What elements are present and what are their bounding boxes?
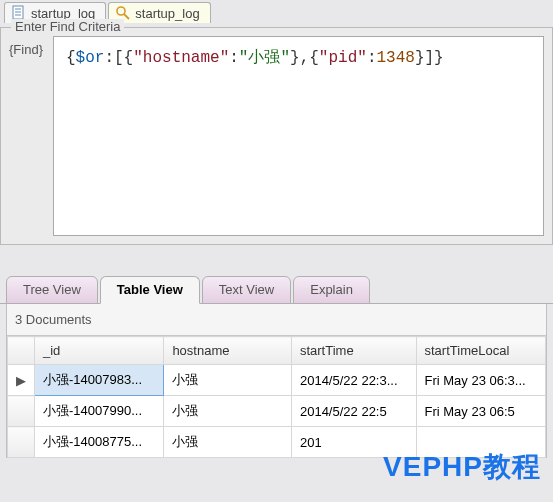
column-header-starttimelocal[interactable]: startTimeLocal <box>416 337 546 365</box>
row-handle[interactable]: ▶ <box>8 365 35 396</box>
query-token-brace: }]} <box>415 49 444 67</box>
table-row[interactable]: 小强-14008775...小强201 <box>8 427 546 458</box>
row-handle[interactable] <box>8 427 35 458</box>
query-token-key: "pid" <box>319 49 367 67</box>
find-criteria-fieldset: Enter Find Criteria {Find} {$or:[{"hostn… <box>0 27 553 245</box>
results-table[interactable]: _id hostname startTime startTimeLocal ▶小… <box>7 336 546 458</box>
file-tab-label: startup_log <box>135 6 199 21</box>
view-tab-bar: Tree View Table View Text View Explain <box>0 275 553 304</box>
cell-startTimeLocal[interactable]: Fri May 23 06:5 <box>416 396 546 427</box>
cell-startTime[interactable]: 201 <box>291 427 416 458</box>
cell-startTimeLocal[interactable]: Fri May 23 06:3... <box>416 365 546 396</box>
column-header-hostname[interactable]: hostname <box>164 337 292 365</box>
query-token-key: "hostname" <box>133 49 229 67</box>
cell-_id[interactable]: 小强-14007983... <box>35 365 164 396</box>
cell-hostname[interactable]: 小强 <box>164 396 292 427</box>
cell-startTime[interactable]: 2014/5/22 22:3... <box>291 365 416 396</box>
cell-hostname[interactable]: 小强 <box>164 365 292 396</box>
tab-table-view[interactable]: Table View <box>100 276 200 304</box>
svg-line-5 <box>124 14 129 19</box>
column-header-starttime[interactable]: startTime <box>291 337 416 365</box>
cell-startTimeLocal[interactable] <box>416 427 546 458</box>
query-token-brace: : <box>229 49 239 67</box>
tab-text-view[interactable]: Text View <box>202 276 291 304</box>
row-handle-header <box>8 337 35 365</box>
cell-_id[interactable]: 小强-14008775... <box>35 427 164 458</box>
find-query-input[interactable]: {$or:[{"hostname":"小强"},{"pid":1348}]} <box>53 36 544 236</box>
tab-explain[interactable]: Explain <box>293 276 370 304</box>
query-token-op: $or <box>76 49 105 67</box>
query-token-str: "小强" <box>239 49 290 67</box>
document-count: 3 Documents <box>7 304 546 336</box>
find-criteria-legend: Enter Find Criteria <box>11 19 124 34</box>
tab-tree-view[interactable]: Tree View <box>6 276 98 304</box>
table-row[interactable]: ▶小强-14007983...小强2014/5/22 22:3...Fri Ma… <box>8 365 546 396</box>
svg-point-4 <box>117 7 125 15</box>
results-panel: 3 Documents _id hostname startTime start… <box>6 304 547 458</box>
cell-hostname[interactable]: 小强 <box>164 427 292 458</box>
query-token-brace: :[{ <box>104 49 133 67</box>
find-label: {Find} <box>9 36 43 57</box>
query-token-brace: },{ <box>290 49 319 67</box>
query-token-brace: { <box>66 49 76 67</box>
column-header-id[interactable]: _id <box>35 337 164 365</box>
table-row[interactable]: 小强-14007990...小强2014/5/22 22:5Fri May 23… <box>8 396 546 427</box>
row-handle[interactable] <box>8 396 35 427</box>
cell-startTime[interactable]: 2014/5/22 22:5 <box>291 396 416 427</box>
cell-_id[interactable]: 小强-14007990... <box>35 396 164 427</box>
query-token-num: 1348 <box>376 49 414 67</box>
